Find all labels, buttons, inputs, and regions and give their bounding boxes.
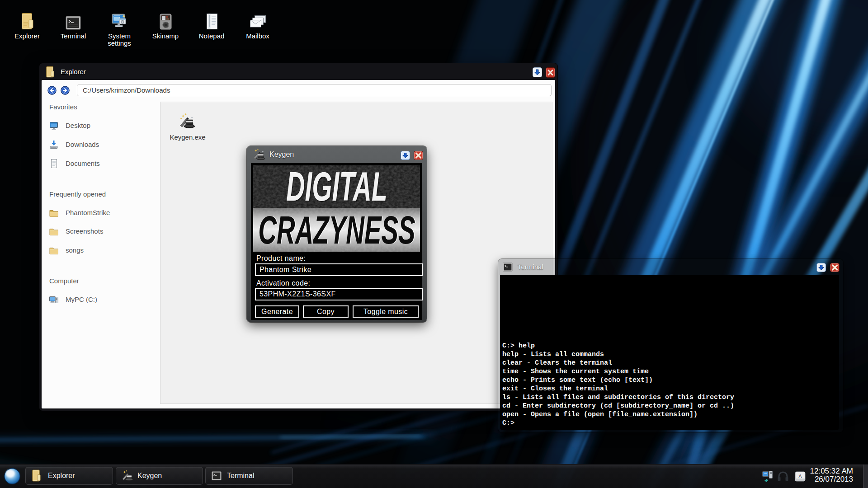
svg-text:A: A [798, 474, 802, 479]
